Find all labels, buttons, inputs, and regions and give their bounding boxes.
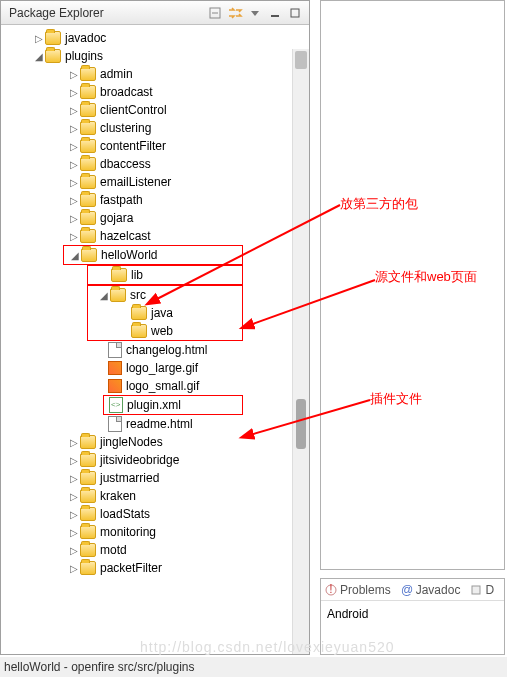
- javadoc-icon: @: [401, 584, 413, 596]
- tree-item[interactable]: ▷hazelcast: [3, 227, 309, 245]
- tree-item[interactable]: ▷contentFilter: [3, 137, 309, 155]
- tree-item[interactable]: ▷dbaccess: [3, 155, 309, 173]
- tree-label: readme.html: [126, 417, 193, 431]
- tree-item-file[interactable]: readme.html: [3, 415, 309, 433]
- tree-item[interactable]: ▷admin: [3, 65, 309, 83]
- tree-item-pluginxml[interactable]: plugin.xml: [104, 396, 242, 414]
- image-file-icon: [108, 361, 122, 375]
- tree-item-web[interactable]: web: [88, 322, 242, 340]
- tree-item-plugins[interactable]: ◢plugins: [3, 47, 309, 65]
- expand-icon[interactable]: ▷: [68, 455, 80, 466]
- problems-icon: !: [325, 584, 337, 596]
- scroll-up-icon[interactable]: [295, 51, 307, 69]
- view-menu-icon[interactable]: [247, 5, 263, 21]
- folder-icon: [111, 268, 127, 282]
- collapse-icon[interactable]: ◢: [98, 290, 110, 301]
- tree-label: kraken: [100, 489, 136, 503]
- expand-icon[interactable]: ▷: [68, 491, 80, 502]
- tree-item-src[interactable]: ◢src: [88, 286, 242, 304]
- collapse-all-icon[interactable]: [207, 5, 223, 21]
- html-file-icon: [108, 416, 122, 432]
- minimize-icon[interactable]: [267, 5, 283, 21]
- expand-icon[interactable]: ▷: [68, 545, 80, 556]
- scroll-thumb[interactable]: [296, 399, 306, 449]
- expand-icon[interactable]: ▷: [68, 159, 80, 170]
- folder-icon: [80, 489, 96, 503]
- tree-label: loadStats: [100, 507, 150, 521]
- folder-icon: [80, 525, 96, 539]
- folder-icon: [80, 103, 96, 117]
- expand-icon[interactable]: ▷: [68, 195, 80, 206]
- collapse-icon[interactable]: ◢: [69, 250, 81, 261]
- folder-icon: [80, 157, 96, 171]
- tab-javadoc[interactable]: @Javadoc: [401, 583, 461, 597]
- tree-item-file[interactable]: changelog.html: [3, 341, 309, 359]
- tree-view[interactable]: ▷javadoc ◢plugins ▷admin ▷broadcast ▷cli…: [1, 25, 309, 654]
- expand-icon[interactable]: ▷: [68, 141, 80, 152]
- highlight-box-helloworld: ◢helloWorld: [63, 245, 243, 265]
- expand-icon[interactable]: ▷: [68, 87, 80, 98]
- tree-item[interactable]: ▷kraken: [3, 487, 309, 505]
- tree-item-javadoc[interactable]: ▷javadoc: [3, 29, 309, 47]
- expand-icon[interactable]: ▷: [68, 213, 80, 224]
- tree-item[interactable]: ▷clustering: [3, 119, 309, 137]
- tab-bar: !Problems @Javadoc D: [321, 579, 504, 601]
- tree-item[interactable]: ▷emailListener: [3, 173, 309, 191]
- html-file-icon: [108, 342, 122, 358]
- expand-icon[interactable]: ▷: [68, 69, 80, 80]
- expand-icon[interactable]: ▷: [68, 473, 80, 484]
- tree-item[interactable]: ▷motd: [3, 541, 309, 559]
- expand-icon[interactable]: ▷: [68, 563, 80, 574]
- tree-item[interactable]: ▷broadcast: [3, 83, 309, 101]
- folder-icon: [80, 175, 96, 189]
- tree-label: jitsivideobridge: [100, 453, 179, 467]
- folder-icon: [80, 211, 96, 225]
- tab-label: Javadoc: [416, 583, 461, 597]
- tree-item-lib[interactable]: lib: [88, 266, 242, 284]
- link-editor-icon[interactable]: [227, 5, 243, 21]
- tree-label: admin: [100, 67, 133, 81]
- tree-label: plugins: [65, 49, 103, 63]
- expand-icon[interactable]: ▷: [68, 527, 80, 538]
- tree-item[interactable]: ▷gojara: [3, 209, 309, 227]
- tree-item-helloworld[interactable]: ◢helloWorld: [64, 246, 242, 264]
- image-file-icon: [108, 379, 122, 393]
- tree-item[interactable]: ▷packetFilter: [3, 559, 309, 577]
- tree-label: monitoring: [100, 525, 156, 539]
- status-bar: helloWorld - openfire src/src/plugins: [0, 657, 507, 677]
- bottom-content: Android: [321, 601, 504, 627]
- tree-item[interactable]: ▷jingleNodes: [3, 433, 309, 451]
- expand-icon[interactable]: ▷: [33, 33, 45, 44]
- tree-label: contentFilter: [100, 139, 166, 153]
- tree-item[interactable]: ▷jitsivideobridge: [3, 451, 309, 469]
- xml-file-icon: [109, 397, 123, 413]
- expand-icon[interactable]: ▷: [68, 437, 80, 448]
- expand-icon[interactable]: ▷: [68, 509, 80, 520]
- tree-item-file[interactable]: logo_large.gif: [3, 359, 309, 377]
- tree-item-java[interactable]: java: [88, 304, 242, 322]
- folder-icon: [80, 543, 96, 557]
- expand-icon[interactable]: ▷: [68, 231, 80, 242]
- tree-item-file[interactable]: logo_small.gif: [3, 377, 309, 395]
- tree-label: hazelcast: [100, 229, 151, 243]
- tree-item[interactable]: ▷monitoring: [3, 523, 309, 541]
- collapse-icon[interactable]: ◢: [33, 51, 45, 62]
- tree-label: dbaccess: [100, 157, 151, 171]
- expand-icon[interactable]: ▷: [68, 177, 80, 188]
- expand-icon[interactable]: ▷: [68, 123, 80, 134]
- tree-label: emailListener: [100, 175, 171, 189]
- vertical-scrollbar[interactable]: [292, 49, 309, 654]
- tab-declaration[interactable]: D: [470, 583, 494, 597]
- declaration-icon: [470, 584, 482, 596]
- tree-item[interactable]: ▷clientControl: [3, 101, 309, 119]
- expand-icon[interactable]: ▷: [68, 105, 80, 116]
- folder-icon: [80, 561, 96, 575]
- tree-item[interactable]: ▷loadStats: [3, 505, 309, 523]
- folder-icon: [80, 435, 96, 449]
- tree-item[interactable]: ▷fastpath: [3, 191, 309, 209]
- folder-open-icon: [81, 248, 97, 262]
- maximize-icon[interactable]: [287, 5, 303, 21]
- folder-icon: [80, 471, 96, 485]
- tree-item[interactable]: ▷justmarried: [3, 469, 309, 487]
- tab-problems[interactable]: !Problems: [325, 583, 391, 597]
